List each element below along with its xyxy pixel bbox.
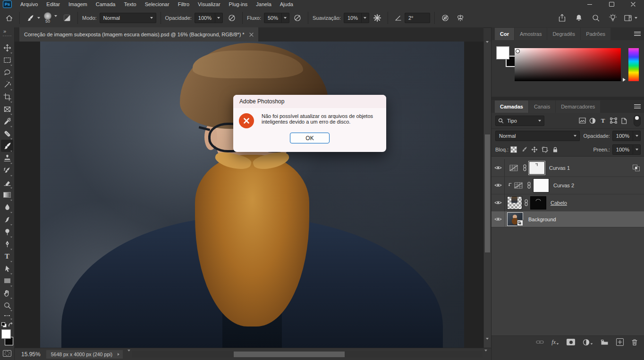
filter-shape-layers-icon[interactable] [608, 116, 619, 126]
filter-toggle-pill[interactable] [634, 115, 641, 126]
eraser-tool[interactable] [1, 176, 13, 189]
tab-canais[interactable]: Canais [529, 100, 555, 113]
filter-adjustment-layers-icon[interactable] [587, 116, 598, 126]
layer-visibility-toggle[interactable] [491, 159, 505, 176]
layer-name[interactable]: Background [528, 217, 556, 222]
window-close-button[interactable] [622, 0, 644, 8]
hscroll-left-arrow[interactable] [127, 352, 130, 357]
smoothing-options-gear-icon[interactable] [371, 12, 383, 24]
menu-item-imagem[interactable]: Imagem [64, 1, 92, 7]
menu-item-filtro[interactable]: Filtro [174, 1, 194, 7]
hscroll-right-arrow[interactable] [484, 352, 487, 357]
magic-wand-tool[interactable] [1, 78, 13, 91]
lock-all-icon[interactable] [550, 145, 560, 154]
tab-amostras[interactable]: Amostras [515, 28, 547, 40]
layer-blend-mode-select[interactable]: Normal [495, 131, 580, 141]
smoothing-select[interactable]: 10% [344, 13, 369, 23]
curves-adjustment-icon[interactable] [507, 162, 521, 174]
home-button[interactable] [3, 12, 15, 24]
notifications-bell-button[interactable] [573, 12, 585, 24]
paint-symmetry-icon[interactable] [454, 12, 466, 24]
layer-row-curvas-1[interactable]: Curvas 1 [491, 159, 644, 177]
tools-grip[interactable] [3, 35, 11, 38]
blur-tool[interactable] [1, 201, 13, 213]
menu-item-camada[interactable]: Camada [92, 1, 120, 7]
scroll-up-arrow[interactable] [486, 43, 489, 49]
menu-item-arquivo[interactable]: Arquivo [16, 1, 42, 7]
rectangle-tool[interactable] [1, 275, 13, 287]
quick-mask-button[interactable] [1, 347, 13, 360]
hue-strip[interactable] [628, 48, 639, 81]
add-layer-mask-button[interactable] [567, 339, 575, 345]
color-picker-marker[interactable] [516, 49, 520, 53]
window-maximize-button[interactable] [601, 0, 622, 8]
layer-row-background[interactable]: Background [491, 211, 644, 227]
foreground-color-swatch[interactable] [496, 46, 509, 59]
new-layer-button[interactable] [616, 338, 624, 346]
discover-lightbulb-button[interactable] [607, 12, 619, 24]
layer-thumbnail[interactable] [507, 212, 523, 226]
workspace-switcher-button[interactable] [624, 14, 637, 22]
status-options-chevron-icon[interactable] [118, 353, 119, 356]
tab-camadas[interactable]: Camadas [495, 100, 528, 113]
eyedropper-tool[interactable] [1, 115, 13, 127]
delete-layer-button[interactable] [631, 339, 638, 346]
layer-visibility-toggle[interactable] [491, 176, 505, 194]
new-group-button[interactable] [601, 339, 609, 345]
filter-smart-objects-icon[interactable] [619, 116, 629, 126]
brush-tool[interactable] [1, 140, 13, 152]
document-tab[interactable]: Correção de imagem subexposta (Imagem es… [19, 27, 258, 42]
chevron-down-icon[interactable] [37, 17, 40, 19]
ok-button[interactable]: OK [290, 133, 330, 143]
crop-tool[interactable] [1, 91, 13, 103]
opacity-select[interactable]: 100% [195, 13, 223, 23]
layer-name[interactable]: Curvas 2 [553, 183, 574, 188]
history-brush-tool[interactable] [1, 164, 13, 176]
layer-fill-select[interactable]: 100% [612, 144, 641, 155]
canvas-area[interactable] [15, 42, 483, 348]
menu-item-plugins[interactable]: Plug-ins [225, 1, 252, 7]
scroll-down-arrow[interactable] [486, 340, 489, 345]
filter-pixel-layers-icon[interactable] [577, 116, 587, 126]
menu-item-editar[interactable]: Editar [42, 1, 64, 7]
lock-transparency-icon[interactable] [508, 145, 519, 154]
vertical-scroll-thumb[interactable] [485, 134, 490, 252]
tab-close-icon[interactable] [249, 33, 254, 37]
tab-cor[interactable]: Cor [495, 28, 514, 40]
saturation-brightness-field[interactable] [515, 48, 621, 81]
layer-visibility-toggle[interactable] [491, 211, 505, 227]
search-button[interactable] [590, 12, 602, 24]
chevron-down-icon[interactable] [54, 15, 57, 17]
lasso-tool[interactable] [1, 66, 13, 78]
default-colors-icon[interactable] [1, 322, 7, 327]
layer-thumbnail[interactable] [507, 196, 522, 209]
color-panel-menu-icon[interactable] [634, 32, 641, 36]
toggle-brush-settings-button[interactable] [61, 12, 73, 24]
new-adjustment-layer-button[interactable] [583, 339, 593, 346]
smudge-tool[interactable] [1, 213, 13, 226]
foreground-color-swatch[interactable] [1, 329, 11, 339]
frame-tool[interactable] [1, 103, 13, 115]
menu-item-selecionar[interactable]: Selecionar [141, 1, 174, 7]
layer-name[interactable]: Cabelo [551, 200, 567, 206]
flow-select[interactable]: 50% [264, 13, 289, 23]
link-layers-button[interactable] [536, 340, 544, 344]
share-image-button[interactable] [556, 12, 568, 24]
vertical-scrollbar[interactable] [483, 42, 491, 348]
menu-item-visualizar[interactable]: Visualizar [194, 1, 225, 7]
layer-row-cabelo[interactable]: Cabelo [491, 194, 644, 212]
move-tool[interactable] [1, 42, 13, 54]
tab-degrades[interactable]: Degradês [547, 28, 580, 40]
dialog-title-bar[interactable]: Adobe Photoshop [233, 95, 386, 108]
menu-item-janela[interactable]: Janela [252, 1, 275, 7]
horizontal-scroll-thumb[interactable] [234, 352, 345, 357]
menu-item-ajuda[interactable]: Ajuda [276, 1, 297, 7]
path-selection-tool[interactable] [1, 262, 13, 275]
layer-mask-link-icon[interactable] [524, 199, 528, 206]
healing-brush-tool[interactable] [1, 127, 13, 140]
window-minimize-button[interactable] [579, 0, 601, 8]
rectangular-marquee-tool[interactable] [1, 54, 13, 66]
layer-opacity-select[interactable]: 100% [612, 131, 641, 141]
layer-mask-link-icon[interactable] [523, 164, 527, 171]
type-tool[interactable]: T [1, 250, 13, 262]
